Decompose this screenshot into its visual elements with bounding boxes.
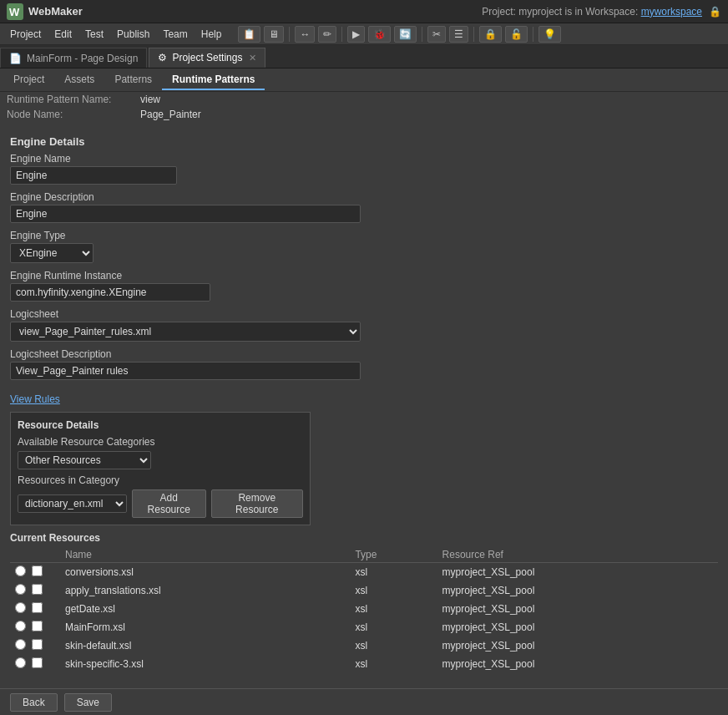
sub-tab-patterns[interactable]: Patterns (104, 70, 162, 90)
available-categories-row: Available Resource Categories (18, 436, 303, 448)
resources-in-category-select[interactable]: dictionary_en.xml (18, 494, 127, 513)
resource-radio-3[interactable] (15, 621, 26, 631)
toolbar-edit[interactable]: ✏ (318, 26, 336, 43)
resource-radio-2[interactable] (15, 602, 26, 613)
logicsheet-label: Logicsheet (10, 308, 718, 320)
logicsheet-select[interactable]: view_Page_Painter_rules.xml (10, 322, 361, 342)
table-row: apply_translations.xsl xsl myproject_XSL… (10, 581, 718, 600)
node-name-label: Node Name: (7, 109, 140, 120)
current-resources-title: Current Resources (10, 532, 718, 544)
remove-resource-button[interactable]: Remove Resource (211, 489, 303, 518)
resource-ref-cell-2: myproject_XSL_pool (437, 600, 718, 618)
add-resource-button[interactable]: Add Resource (132, 489, 206, 518)
resource-type-cell-4: xsl (350, 636, 437, 655)
save-button[interactable]: Save (64, 693, 112, 712)
engine-type-label: Engine Type (10, 230, 718, 241)
available-categories-label: Available Resource Categories (18, 436, 168, 448)
menu-project[interactable]: Project (3, 27, 48, 42)
engine-runtime-input[interactable] (10, 283, 210, 302)
logicsheet-desc-label: Logicsheet Description (10, 348, 718, 360)
resource-radio-4[interactable] (15, 639, 26, 650)
resource-checkbox-5[interactable] (32, 657, 43, 668)
bottom-bar: Back Save (0, 688, 728, 715)
engine-desc-label: Engine Description (10, 191, 718, 203)
resources-table: Name Type Resource Ref conversions.xsl x… (10, 547, 718, 673)
engine-details-header: Engine Details (10, 135, 718, 148)
resource-ref-cell-3: myproject_XSL_pool (437, 618, 718, 636)
resource-name-cell-3: MainForm.xsl (60, 618, 350, 636)
back-button[interactable]: Back (10, 693, 58, 712)
sub-tab-assets[interactable]: Assets (54, 70, 104, 90)
menu-test[interactable]: Test (78, 27, 110, 42)
toolbar-move[interactable]: ↔ (295, 26, 315, 43)
view-rules-link[interactable]: View Rules (10, 393, 60, 405)
resource-checkbox-0[interactable] (32, 565, 43, 576)
tab-project-settings[interactable]: ⚙ Project Settings ✕ (149, 48, 265, 68)
main-content: Engine Details Engine Name Engine Descri… (0, 122, 728, 682)
table-row: skin-default.xsl xsl myproject_XSL_pool (10, 636, 718, 655)
resource-checkbox-1[interactable] (32, 584, 43, 595)
toolbar-lock[interactable]: 🔒 (479, 26, 502, 43)
table-row: getDate.xsl xsl myproject_XSL_pool (10, 600, 718, 618)
toolbar-debug[interactable]: 🐞 (368, 26, 391, 43)
tab-project-settings-close[interactable]: ✕ (249, 53, 256, 63)
engine-name-group: Engine Name (10, 153, 718, 185)
app-name: WebMaker (28, 5, 482, 18)
resource-type-cell-1: xsl (350, 581, 437, 600)
toolbar-cut[interactable]: ✂ (427, 26, 446, 43)
engine-name-input[interactable] (10, 166, 177, 185)
resource-ref-cell-0: myproject_XSL_pool (437, 563, 718, 582)
sub-tab-project[interactable]: Project (3, 70, 54, 90)
resource-ref-cell-1: myproject_XSL_pool (437, 581, 718, 600)
sub-tab-bar: Project Assets Patterns Runtime Patterns (0, 68, 728, 92)
engine-desc-group: Engine Description (10, 191, 718, 223)
toolbar-separator-4 (473, 27, 474, 42)
toolbar-separator-1 (289, 27, 290, 42)
resource-checkbox-2[interactable] (32, 602, 43, 613)
resource-radio-0[interactable] (15, 565, 26, 576)
resource-ref-cell-4: myproject_XSL_pool (437, 636, 718, 655)
menu-help[interactable]: Help (195, 27, 229, 42)
available-categories-select[interactable]: Other Resources (18, 451, 151, 469)
engine-runtime-label: Engine Runtime Instance (10, 270, 718, 281)
toolbar-run[interactable]: ▶ (347, 26, 365, 43)
resources-in-category-row: Resources in Category (18, 474, 303, 486)
toolbar-info[interactable]: 💡 (538, 26, 561, 43)
menu-edit[interactable]: Edit (48, 27, 78, 42)
toolbar-clipboard[interactable]: 📋 (238, 26, 260, 43)
resource-name-cell-1: apply_translations.xsl (60, 581, 350, 600)
toolbar-display[interactable]: 🖥 (264, 26, 284, 43)
resource-type-cell-2: xsl (350, 600, 437, 618)
pattern-name-label: Runtime Pattern Name: (7, 94, 140, 105)
toolbar-unlock[interactable]: 🔓 (505, 26, 528, 43)
workspace-link[interactable]: myworkspace (641, 6, 702, 18)
sub-tab-runtime-patterns[interactable]: Runtime Patterns (162, 70, 265, 90)
resource-actions: dictionary_en.xml Add Resource Remove Re… (18, 489, 303, 518)
toolbar-list[interactable]: ☰ (449, 26, 468, 43)
resource-name-cell-0: conversions.xsl (60, 563, 350, 582)
table-row: conversions.xsl xsl myproject_XSL_pool (10, 563, 718, 582)
node-name-value: Page_Painter (140, 109, 201, 120)
tab-project-settings-label: Project Settings (172, 52, 242, 63)
resource-radio-5[interactable] (15, 657, 26, 668)
info-row-pattern: Runtime Pattern Name: view (0, 92, 728, 107)
toolbar-separator-3 (422, 27, 422, 42)
menu-bar: Project Edit Test Publish Team Help 📋 🖥 … (0, 23, 728, 45)
resource-checkbox-3[interactable] (32, 621, 43, 631)
logicsheet-desc-group: Logicsheet Description (10, 348, 718, 380)
toolbar-separator-5 (533, 27, 533, 42)
logicsheet-group: Logicsheet view_Page_Painter_rules.xml (10, 308, 718, 342)
resource-name-cell-4: skin-default.xsl (60, 636, 350, 655)
col-type: Type (350, 547, 437, 563)
engine-type-select[interactable]: XEngine JavaEngine NodeEngine (10, 243, 94, 263)
toolbar-refresh[interactable]: 🔄 (394, 26, 417, 43)
menu-team[interactable]: Team (156, 27, 194, 42)
menu-publish[interactable]: Publish (110, 27, 156, 42)
resource-details-panel: Resource Details Available Resource Cate… (10, 412, 311, 525)
resource-radio-1[interactable] (15, 584, 26, 595)
resource-checkbox-4[interactable] (32, 639, 43, 650)
engine-desc-input[interactable] (10, 205, 361, 223)
logicsheet-desc-input[interactable] (10, 362, 361, 380)
tab-main-form[interactable]: 📄 MainForm - Page Design (0, 48, 147, 68)
svg-text:W: W (9, 6, 20, 18)
